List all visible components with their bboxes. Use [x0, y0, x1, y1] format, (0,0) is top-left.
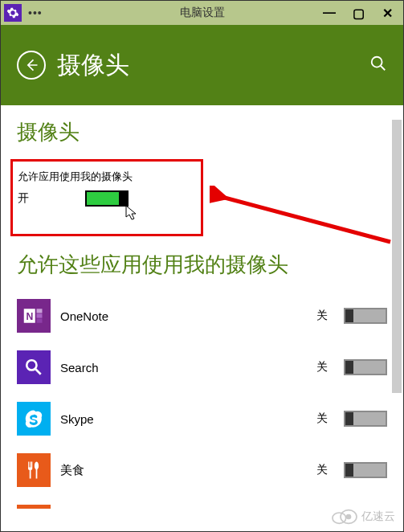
- section-title: 摄像头: [17, 118, 387, 146]
- svg-text:N: N: [26, 311, 33, 322]
- app-row-food: 美食 关: [17, 451, 387, 489]
- permission-label: 允许应用使用我的摄像头: [18, 170, 191, 184]
- app-name: 美食: [60, 463, 84, 478]
- onenote-icon: N: [17, 299, 51, 333]
- settings-icon: [4, 4, 22, 22]
- permission-toggle[interactable]: [85, 190, 129, 207]
- svg-point-0: [372, 57, 382, 68]
- search-icon: [17, 350, 51, 384]
- maximize-button[interactable]: ▢: [349, 6, 368, 21]
- skype-icon: [17, 402, 51, 436]
- app-state: 关: [316, 360, 328, 374]
- svg-rect-4: [37, 309, 43, 313]
- svg-point-7: [27, 360, 36, 370]
- people-icon: [17, 505, 51, 509]
- watermark: 亿速云: [331, 509, 395, 525]
- apps-section-title: 允许这些应用使用我的摄像头: [17, 251, 387, 279]
- app-row-onenote: N OneNote 关: [17, 297, 387, 335]
- app-toggle[interactable]: [344, 411, 387, 427]
- page-title: 摄像头: [57, 49, 129, 82]
- svg-point-16: [347, 515, 351, 519]
- app-row-skype: Skype 关: [17, 399, 387, 438]
- page-header: 摄像头: [1, 25, 403, 105]
- content-area: 摄像头 允许应用使用我的摄像头 开 允许这些应用使用我的摄像头 N OneNot…: [1, 105, 403, 509]
- permission-state: 开: [18, 191, 29, 206]
- watermark-text: 亿速云: [361, 509, 395, 524]
- app-state: 关: [316, 411, 328, 426]
- app-state: 关: [316, 463, 328, 477]
- title-menu-dots[interactable]: •••: [28, 6, 43, 19]
- minimize-button[interactable]: —: [320, 6, 339, 21]
- svg-rect-5: [37, 313, 43, 317]
- title-bar: ••• 电脑设置 — ▢ ✕: [1, 1, 403, 25]
- app-row-people: 人脉 关: [17, 502, 387, 509]
- food-icon: [17, 453, 51, 487]
- app-toggle[interactable]: [344, 462, 387, 478]
- app-toggle[interactable]: [344, 308, 387, 324]
- app-state: 关: [316, 309, 328, 323]
- app-name: Skype: [60, 412, 94, 426]
- back-button[interactable]: [17, 51, 46, 80]
- svg-line-1: [381, 66, 386, 71]
- app-toggle[interactable]: [344, 359, 387, 375]
- app-name: OneNote: [60, 309, 108, 323]
- permission-highlight-box: 允许应用使用我的摄像头 开: [10, 159, 203, 236]
- scrollbar[interactable]: [392, 120, 402, 393]
- cursor-icon: [125, 205, 138, 224]
- window-title: 电脑设置: [180, 6, 225, 20]
- search-button[interactable]: [369, 55, 387, 76]
- app-name: Search: [60, 361, 99, 374]
- svg-line-8: [35, 369, 41, 374]
- svg-rect-6: [37, 319, 43, 323]
- app-row-search: Search 关: [17, 348, 387, 387]
- close-button[interactable]: ✕: [377, 6, 397, 21]
